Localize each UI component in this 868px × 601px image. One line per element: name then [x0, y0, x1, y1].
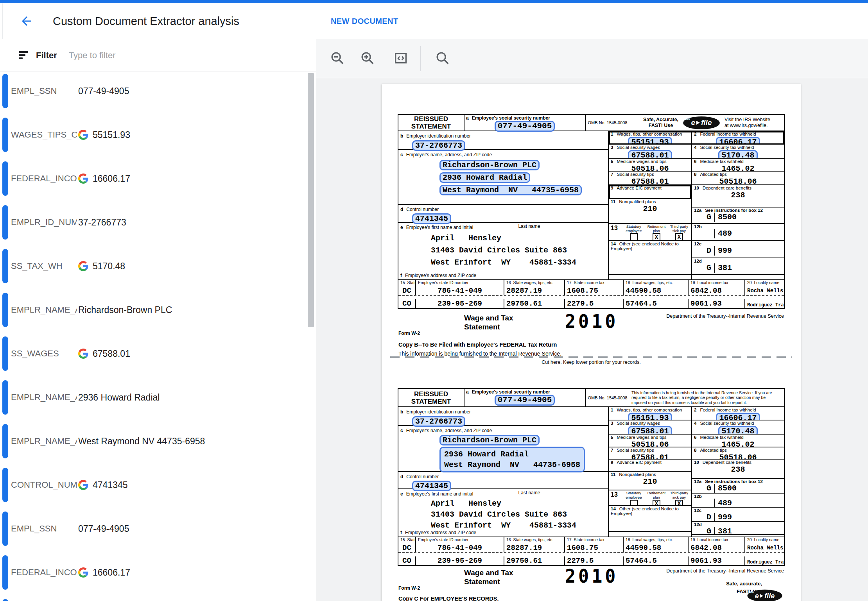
field-highlight-bar — [2, 380, 8, 415]
field-label: FEDERAL_INCOM… — [11, 567, 77, 578]
w2-box-d-control: dControl number 4741345 — [398, 472, 608, 489]
new-document-button[interactable]: NEW DOCUMENT — [331, 3, 398, 39]
app-header: Custom Document Extractor analysis NEW D… — [0, 3, 868, 39]
field-row-control-number[interactable]: CONTROL_NUMBER4741345 — [0, 468, 309, 502]
field-value: 077-49-4905 — [78, 524, 129, 534]
google-icon — [78, 261, 88, 271]
field-row-emplr-city[interactable]: EMPLR_NAME_AD…West Raymond NV 44735-6958 — [0, 424, 309, 458]
field-highlight-bar — [2, 205, 8, 240]
field-highlight-bar — [2, 161, 8, 196]
w2-box2: 2Federal income tax withheld16606.17 — [692, 131, 784, 145]
w2-box14: 14Other (see enclosed Notice to Employee… — [609, 506, 691, 532]
field-highlight-bar — [2, 555, 8, 590]
w2-box12d: 12dG381 — [692, 522, 784, 535]
w2-omb: OMB No. 1545-0008 — [586, 389, 629, 406]
w2-form-copy-c: REISSUEDSTATEMENT aEmployee's social sec… — [398, 388, 785, 601]
field-label: FEDERAL_INCOM… — [11, 174, 77, 184]
state-row-co: CO239-95-26929750.612279.557464.59061.93… — [398, 553, 784, 565]
w2-box-f-label: fEmployee's address and ZIP code — [398, 275, 608, 279]
w2-box12b: 12b489 — [692, 224, 784, 241]
field-label: SS_WAGES — [11, 349, 77, 359]
w2-box10: 10Dependent care benefits238 — [692, 460, 784, 479]
cut-here-text: Cut here. Keep lower portion for your re… — [382, 360, 801, 365]
field-row-federal-income-2[interactable]: FEDERAL_INCOM…16606.17 — [0, 555, 309, 590]
cut-here-dashed-line — [390, 356, 792, 358]
viewer-toolbar — [316, 39, 868, 78]
field-value: 5170.48 — [78, 261, 125, 272]
zoom-out-icon — [330, 50, 345, 66]
field-value: 16606.17 — [78, 174, 130, 184]
top-accent-bar — [0, 0, 868, 3]
field-row-ss-tax-wh[interactable]: SS_TAX_WH5170.48 — [0, 249, 309, 283]
w2-box1: 1Wages, tips, other compensation55151.93 — [609, 407, 691, 420]
w2-box3: 3Social security wages67588.01 — [609, 145, 691, 159]
field-highlight-bar — [2, 512, 8, 546]
w2-top-right: Safe, Accurate,FAST! Use IRSefile Visit … — [629, 115, 784, 131]
crop-region-button[interactable] — [392, 50, 409, 67]
field-row-empl-ssn[interactable]: EMPL_SSN077-49-4905 — [0, 74, 309, 108]
w2-box1: 1Wages, tips, other compensation55151.93 — [609, 131, 691, 145]
w2-box6: 6Medicare tax withheld1465.02 — [692, 435, 784, 447]
state-row-dc: DC786-41-04928287.191608.7544590.586842.… — [398, 286, 784, 296]
thirdparty-checkbox: X — [675, 500, 683, 506]
w2-box-e-employee: eEmployee's first name and initialLast n… — [398, 489, 608, 532]
w2-box2: 2Federal income tax withheld16606.17 — [692, 407, 784, 420]
field-row-emplr-street[interactable]: EMPLR_NAME_AD…2936 Howard Radial — [0, 380, 309, 415]
w2-box-e-employee: eEmployee's first name and initialLast n… — [398, 223, 608, 275]
w2-box8: 8Allocated tips50518.06 — [692, 172, 784, 185]
field-row-emplr-id[interactable]: EMPLR_ID_NUMB…37-2766773 — [0, 205, 309, 240]
extracted-fields-panel: Filter EMPL_SSN077-49-4905 WAGES_TIPS_OT… — [0, 39, 316, 601]
field-row-ss-wages[interactable]: SS_WAGES67588.01 — [0, 336, 309, 371]
field-value: 077-49-4905 — [78, 86, 129, 97]
w2-box-a-ssn: aEmployee's social security number 077-4… — [464, 389, 586, 406]
w2-box5: 5Medicare wages and tips50518.06 — [609, 159, 691, 172]
field-label: WAGES_TIPS_OT… — [11, 130, 77, 140]
field-highlight-bar — [2, 293, 8, 327]
retirement-checkbox: X — [653, 500, 660, 506]
w2-box-c-employer: cEmployer's name, address, and ZIP code … — [398, 426, 608, 472]
w2-box14: 14Other (see enclosed Notice to Employee… — [609, 241, 691, 275]
field-value: West Raymond NV 44735-6958 — [78, 436, 205, 447]
document-viewer: REISSUEDSTATEMENT aEmployee's social sec… — [316, 39, 868, 601]
w2-box-b-ein: bEmployer identification number 37-27667… — [398, 131, 608, 150]
field-value: 37-2766773 — [78, 217, 126, 228]
google-icon — [78, 567, 88, 578]
field-row-emplr-name[interactable]: EMPLR_NAME_AD…Richardson-Brown PLC — [0, 293, 309, 327]
field-value: 16606.17 — [78, 567, 130, 578]
google-icon — [78, 349, 88, 359]
google-icon — [78, 480, 88, 490]
search-button[interactable] — [434, 50, 451, 67]
retirement-checkbox: X — [653, 233, 660, 241]
w2-omb: OMB No. 1545-0008 — [586, 115, 629, 131]
filter-sort-icon — [19, 51, 29, 60]
field-label: EMPL_SSN — [11, 524, 77, 534]
field-row-wages-tips[interactable]: WAGES_TIPS_OT…55151.93 — [0, 118, 309, 152]
filter-label: Filter — [36, 50, 57, 61]
w2-box11: 11Nonqualified plans210 — [609, 472, 691, 490]
w2-state-table: 15 StateEmployer's state ID number16 Sta… — [398, 280, 784, 308]
w2-box12c: 12cD999 — [692, 241, 784, 258]
page-title: Custom Document Extractor analysis — [53, 3, 239, 39]
field-label: EMPL_SSN — [11, 86, 77, 96]
zoom-in-icon — [360, 50, 375, 66]
list-scrollbar-thumb[interactable] — [308, 73, 314, 327]
w2-footer-copy-b: Wage and TaxStatement Form W-2 2010 Depa… — [398, 309, 785, 361]
document-viewport[interactable]: REISSUEDSTATEMENT aEmployee's social sec… — [316, 78, 868, 601]
field-row-federal-income[interactable]: FEDERAL_INCOM…16606.17 — [0, 161, 309, 196]
arrow-back-icon — [20, 14, 34, 30]
filter-input[interactable] — [68, 50, 273, 61]
zoom-out-button[interactable] — [329, 50, 346, 67]
google-icon — [78, 130, 88, 140]
state-row-co: CO239-95-26929750.612279.557464.59061.93… — [398, 296, 784, 308]
field-highlight-bar — [2, 249, 8, 283]
field-row-partial[interactable] — [0, 599, 309, 601]
w2-box4: 4Social security tax withheld5170.48 — [692, 420, 784, 435]
back-button[interactable] — [18, 13, 35, 30]
field-row-empl-ssn-2[interactable]: EMPL_SSN077-49-4905 — [0, 512, 309, 546]
w2-box-b-ein: bEmployer identification number 37-27667… — [398, 407, 608, 426]
w2-box6: 6Medicare tax withheld1465.02 — [692, 159, 784, 172]
field-label: EMPLR_NAME_AD… — [11, 392, 77, 402]
zoom-in-button[interactable] — [359, 50, 376, 67]
efile-arrow-icon — [760, 594, 764, 598]
efile-arrow-icon — [696, 121, 700, 125]
